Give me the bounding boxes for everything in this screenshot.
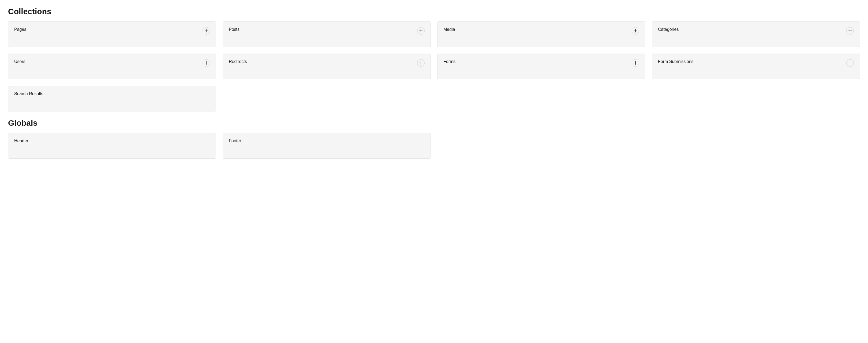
globals-grid: Header Footer [8, 133, 860, 159]
collection-card-redirects[interactable]: Redirects [223, 54, 431, 79]
add-button[interactable] [846, 27, 854, 35]
card-title: Redirects [229, 59, 247, 64]
add-button[interactable] [417, 59, 425, 67]
card-title: Form Submissions [658, 59, 693, 64]
plus-icon [634, 29, 637, 32]
card-title: Users [14, 59, 26, 64]
collection-card-search-results[interactable]: Search Results [8, 86, 216, 112]
add-button[interactable] [632, 27, 639, 35]
collection-card-categories[interactable]: Categories [652, 22, 860, 47]
plus-icon [419, 61, 423, 65]
add-button[interactable] [417, 27, 425, 35]
global-card-header[interactable]: Header [8, 133, 216, 159]
collection-card-form-submissions[interactable]: Form Submissions [652, 54, 860, 79]
plus-icon [419, 29, 423, 32]
plus-icon [205, 29, 208, 32]
card-title: Media [443, 27, 455, 32]
plus-icon [205, 61, 208, 65]
global-card-footer[interactable]: Footer [223, 133, 431, 159]
card-title: Search Results [14, 91, 43, 96]
card-title: Pages [14, 27, 26, 32]
add-button[interactable] [846, 59, 854, 67]
plus-icon [848, 29, 852, 32]
add-button[interactable] [632, 59, 639, 67]
collection-card-forms[interactable]: Forms [437, 54, 645, 79]
card-title: Header [14, 138, 28, 143]
card-title: Categories [658, 27, 679, 32]
plus-icon [848, 61, 852, 65]
card-title: Posts [229, 27, 240, 32]
add-button[interactable] [203, 27, 210, 35]
globals-heading: Globals [8, 119, 860, 128]
card-title: Footer [229, 138, 241, 143]
collection-card-users[interactable]: Users [8, 54, 216, 79]
plus-icon [634, 61, 637, 65]
card-title: Forms [443, 59, 456, 64]
collections-heading: Collections [8, 7, 860, 16]
collection-card-media[interactable]: Media [437, 22, 645, 47]
add-button[interactable] [203, 59, 210, 67]
collection-card-pages[interactable]: Pages [8, 22, 216, 47]
collections-grid: Pages Posts Media Categories Users Redir… [8, 22, 860, 112]
collection-card-posts[interactable]: Posts [223, 22, 431, 47]
